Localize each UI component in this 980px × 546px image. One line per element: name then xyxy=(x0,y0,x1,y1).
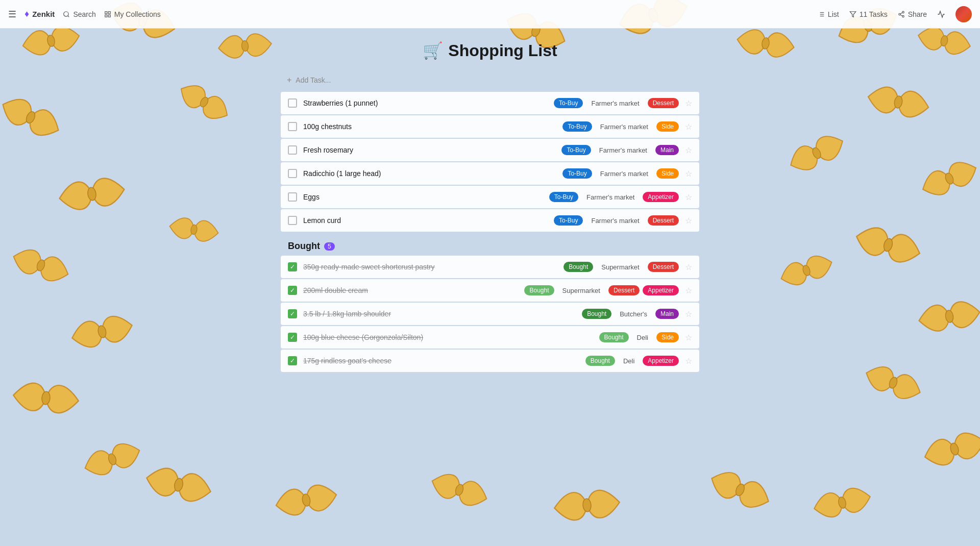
activity-item[interactable] xyxy=(937,10,945,18)
category-tag[interactable]: Dessert xyxy=(648,98,679,108)
task-row: ✓ 350g ready-made sweet shortcrust pastr… xyxy=(281,256,699,278)
collections-icon xyxy=(104,11,111,18)
task-row: Fresh rosemary To-Buy Farmer's market Ma… xyxy=(281,139,699,161)
star-icon[interactable]: ☆ xyxy=(685,356,692,366)
avatar[interactable] xyxy=(955,6,972,22)
task-tags: Bought Deli Appetizer ☆ xyxy=(585,356,692,366)
star-icon[interactable]: ☆ xyxy=(685,286,692,295)
star-icon[interactable]: ☆ xyxy=(685,262,692,272)
category-tag[interactable]: Side xyxy=(656,168,679,179)
task-checkbox[interactable] xyxy=(288,98,297,108)
star-icon[interactable]: ☆ xyxy=(685,333,692,342)
task-checkbox[interactable]: ✓ xyxy=(288,286,297,295)
status-tag[interactable]: To-Buy xyxy=(554,98,583,108)
svg-point-1 xyxy=(64,11,68,16)
task-checkbox[interactable] xyxy=(288,216,297,225)
share-label: Share xyxy=(908,10,927,18)
task-row: ✓ 175g rindless goat's cheese Bought Del… xyxy=(281,350,699,372)
task-checkbox[interactable] xyxy=(288,169,297,178)
svg-rect-3 xyxy=(105,11,107,13)
star-icon[interactable]: ☆ xyxy=(685,192,692,202)
status-tag[interactable]: Bought xyxy=(524,285,554,295)
task-checkbox[interactable]: ✓ xyxy=(288,262,297,271)
category-tag[interactable]: Dessert xyxy=(648,262,679,272)
status-tag[interactable]: To-Buy xyxy=(561,145,591,155)
status-tag[interactable]: Bought xyxy=(585,356,615,366)
location-tag: Farmer's market xyxy=(581,192,640,203)
task-name: Fresh rosemary xyxy=(303,146,561,154)
category-tag[interactable]: Appetizer xyxy=(643,192,679,202)
task-name: Lemon curd xyxy=(303,216,554,225)
status-tag[interactable]: To-Buy xyxy=(562,168,592,179)
svg-rect-5 xyxy=(105,15,107,17)
task-tags: Bought Supermarket Dessert ☆ xyxy=(564,262,692,272)
add-task-label: Add Task... xyxy=(296,76,331,84)
category-tag[interactable]: Main xyxy=(655,309,679,319)
task-row: ✓ 100g blue cheese (Gorgonzola/Silton) B… xyxy=(281,326,699,349)
status-tag[interactable]: To-Buy xyxy=(549,192,578,202)
category-tag[interactable]: Dessert xyxy=(648,215,679,226)
bought-count: 5 xyxy=(324,242,335,251)
search-label: Search xyxy=(73,10,95,18)
status-tag[interactable]: Bought xyxy=(599,332,629,342)
task-name: 350g ready-made sweet shortcrust pastry xyxy=(303,263,564,271)
category-tag[interactable]: Appetizer xyxy=(643,356,679,366)
bought-list: ✓ 350g ready-made sweet shortcrust pastr… xyxy=(281,256,699,372)
location-tag: Deli xyxy=(618,356,640,366)
location-tag: Supermarket xyxy=(557,285,605,296)
category-tag[interactable]: Side xyxy=(656,332,679,342)
search-nav-item[interactable]: Search xyxy=(63,10,95,18)
task-checkbox[interactable] xyxy=(288,192,297,202)
list-container: + Add Task... Strawberries (1 punnet) To… xyxy=(281,70,699,373)
task-tags: To-Buy Farmer's market Side ☆ xyxy=(562,121,692,132)
svg-line-17 xyxy=(900,14,902,15)
tasks-label: 11 Tasks xyxy=(860,10,888,18)
location-tag: Farmer's market xyxy=(586,98,644,109)
status-tag[interactable]: To-Buy xyxy=(562,121,592,132)
category-tag[interactable]: Appetizer xyxy=(643,285,679,295)
star-icon[interactable]: ☆ xyxy=(685,122,692,132)
star-icon[interactable]: ☆ xyxy=(685,145,692,155)
task-row: Lemon curd To-Buy Farmer's market Desser… xyxy=(281,209,699,232)
task-tags: To-Buy Farmer's market Main ☆ xyxy=(561,145,692,156)
filter-item[interactable]: 11 Tasks xyxy=(849,10,888,18)
task-name: 100g blue cheese (Gorgonzola/Silton) xyxy=(303,333,599,341)
svg-rect-4 xyxy=(108,11,110,13)
location-tag: Farmer's market xyxy=(594,145,652,156)
status-tag[interactable]: Bought xyxy=(582,309,611,319)
status-tag[interactable]: To-Buy xyxy=(554,215,583,226)
task-checkbox[interactable] xyxy=(288,145,297,155)
star-icon[interactable]: ☆ xyxy=(685,169,692,179)
category-tag[interactable]: Main xyxy=(655,145,679,155)
share-item[interactable]: Share xyxy=(898,10,927,18)
task-checkbox[interactable]: ✓ xyxy=(288,356,297,365)
task-row: Radicchio (1 large head) To-Buy Farmer's… xyxy=(281,162,699,185)
extra-category-tag[interactable]: Dessert xyxy=(608,285,640,295)
location-tag: Farmer's market xyxy=(595,168,653,179)
collections-label: My Collections xyxy=(114,10,161,18)
star-icon[interactable]: ☆ xyxy=(685,216,692,226)
task-checkbox[interactable] xyxy=(288,122,297,131)
add-task-row[interactable]: + Add Task... xyxy=(281,70,699,90)
star-icon[interactable]: ☆ xyxy=(685,98,692,108)
list-view-item[interactable]: List xyxy=(818,10,839,18)
brand-logo[interactable]: ♦ Zenkit xyxy=(24,9,55,19)
collections-nav-item[interactable]: My Collections xyxy=(104,10,161,18)
location-tag: Butcher's xyxy=(615,309,652,319)
task-checkbox[interactable]: ✓ xyxy=(288,309,297,318)
task-tags: Bought Butcher's Main ☆ xyxy=(582,309,692,319)
task-name: 200ml double cream xyxy=(303,286,524,294)
task-checkbox[interactable]: ✓ xyxy=(288,333,297,342)
task-name: Radicchio (1 large head) xyxy=(303,169,562,178)
category-tag[interactable]: Side xyxy=(656,121,679,132)
status-tag[interactable]: Bought xyxy=(564,262,593,272)
bought-section-label: Bought xyxy=(288,241,320,252)
task-name: Eggs xyxy=(303,193,549,201)
navbar: ☰ ♦ Zenkit Search My Collections List xyxy=(0,0,980,29)
svg-marker-13 xyxy=(850,11,856,17)
star-icon[interactable]: ☆ xyxy=(685,309,692,319)
hamburger-menu[interactable]: ☰ xyxy=(8,9,16,20)
cart-icon: 🛒 xyxy=(423,41,443,60)
plus-icon: + xyxy=(287,76,291,85)
location-tag: Deli xyxy=(632,332,653,343)
